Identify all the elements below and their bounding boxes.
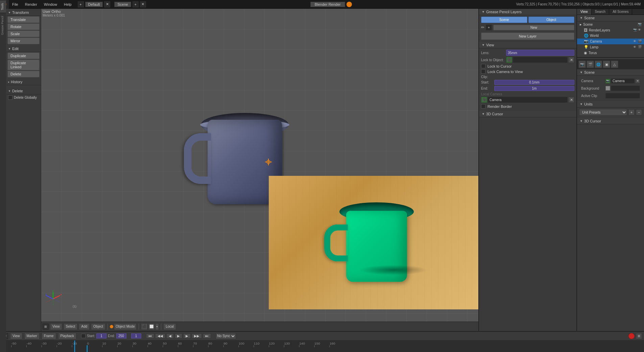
timeline-view-btn[interactable]: View: [10, 333, 22, 339]
duplicate-linked-btn[interactable]: Duplicate Linked: [7, 60, 40, 70]
tab-view[interactable]: View: [577, 9, 592, 15]
layout-close-btn[interactable]: ✕: [104, 1, 110, 7]
gp-new-btn[interactable]: New: [493, 25, 574, 30]
camera-clear-btn[interactable]: ✕: [568, 97, 574, 103]
gp-new-layer-btn[interactable]: New Layer: [481, 32, 574, 40]
record-btn[interactable]: [628, 333, 635, 339]
mode-select[interactable]: Object Mode: [114, 323, 137, 330]
scene-item-torus[interactable]: ◉ Torus: [577, 50, 644, 56]
menu-window[interactable]: Window: [41, 0, 61, 8]
lock-object-field[interactable]: [513, 57, 568, 63]
lock-clear-btn[interactable]: ✕: [568, 57, 574, 63]
scene-camera-btn[interactable]: 📷: [637, 22, 642, 27]
timeline-settings-btn[interactable]: ⚙: [636, 333, 642, 339]
sync-select[interactable]: No Sync: [216, 333, 236, 339]
shade-wire-btn[interactable]: ⬜: [148, 323, 155, 330]
tools-vtab[interactable]: Tools: [0, 9, 6, 13]
scene-item-world[interactable]: 🌐 World: [577, 33, 644, 39]
rl-eye-icon[interactable]: 👁: [638, 28, 642, 32]
screen-add-btn[interactable]: +: [78, 1, 84, 7]
history-header[interactable]: ▸ History: [6, 79, 41, 85]
scene-tree-header[interactable]: ▼ Scene: [577, 15, 644, 21]
delete-globally-checkbox[interactable]: [8, 95, 13, 100]
play-btn[interactable]: ▶: [175, 333, 182, 338]
render-border-checkbox[interactable]: [481, 104, 485, 109]
rotate-btn[interactable]: Rotate: [7, 23, 40, 30]
cursor-3d-header[interactable]: ▼ 3D Cursor: [577, 118, 644, 124]
scene-props-header[interactable]: ▼ Scene: [577, 69, 644, 76]
engine-select[interactable]: Blender Render: [310, 2, 345, 7]
lamp-render-icon[interactable]: 🎬: [638, 45, 642, 49]
timeline-ruler[interactable]: -50 -40 -30 -20 -10 0 10 20 30 40 50 60 …: [0, 341, 644, 352]
prop-icon-object[interactable]: ▣: [603, 61, 610, 68]
add-menu-btn[interactable]: Add: [79, 323, 90, 330]
scene-select[interactable]: Scene: [114, 2, 131, 7]
gp-add-icon-btn[interactable]: +: [486, 24, 492, 30]
view-menu-btn[interactable]: View: [50, 323, 62, 330]
cursor-section-header[interactable]: ▼ 3D Cursor: [479, 111, 576, 117]
timeline-playback-btn[interactable]: Playback: [58, 333, 77, 339]
camera-clear-icon[interactable]: ✕: [635, 79, 640, 84]
scene-item-camera[interactable]: 📷 Camera 👁 🎬: [577, 39, 644, 44]
units-add-btn[interactable]: +: [628, 109, 635, 115]
lock-camera-view-checkbox[interactable]: [481, 69, 485, 74]
timeline-marker-btn[interactable]: Marker: [24, 333, 40, 339]
bg-field[interactable]: [611, 86, 640, 91]
next-frame-btn[interactable]: ▶: [183, 333, 191, 338]
scale-btn[interactable]: Scale: [7, 30, 40, 37]
units-remove-btn[interactable]: −: [636, 109, 642, 115]
jump-start-btn[interactable]: ⏮: [146, 333, 154, 338]
scene-item-scene[interactable]: ▸ Scene 📷: [577, 21, 644, 27]
lamp-vis-icon[interactable]: 👁: [633, 45, 637, 49]
lens-value[interactable]: 35mm: [506, 50, 574, 56]
shade-solid-btn[interactable]: ⬛: [141, 323, 148, 330]
shade-tex-btn[interactable]: ▪: [155, 323, 159, 330]
autokeying-checkbox[interactable]: [81, 334, 86, 338]
prev-frame-btn[interactable]: ◀: [166, 333, 174, 338]
gp-object-btn[interactable]: Object: [528, 17, 575, 23]
translate-btn[interactable]: Translate: [7, 16, 40, 23]
view-section-header[interactable]: ▼ View: [479, 42, 576, 48]
viewport-3d[interactable]: User Ortho Meters x 0.001: [41, 9, 478, 322]
tab-all-scenes[interactable]: All Scenes: [609, 9, 632, 15]
prev-keyframe-btn[interactable]: ◀◀: [155, 333, 165, 338]
object-menu-btn[interactable]: Object: [91, 323, 105, 330]
start-field[interactable]: 1: [96, 333, 106, 338]
unit-presets-select[interactable]: Unit Presets: [579, 109, 627, 116]
prop-icon-scene[interactable]: 🎬: [587, 61, 594, 68]
mirror-btn[interactable]: Mirror: [7, 38, 40, 44]
units-header[interactable]: ▼ Units: [577, 101, 644, 108]
current-frame-field[interactable]: 1: [131, 333, 141, 338]
scene-close-btn[interactable]: ✕: [140, 1, 146, 7]
lock-cursor-checkbox[interactable]: [481, 64, 485, 68]
scene-add-btn[interactable]: +: [133, 1, 139, 7]
scene-item-lamp[interactable]: 💡 Lamp 👁 🎬: [577, 44, 644, 50]
next-keyframe-btn[interactable]: ▶▶: [192, 333, 202, 338]
prop-icon-render[interactable]: 📷: [578, 61, 586, 68]
menu-help[interactable]: Help: [61, 0, 75, 8]
end-field[interactable]: 250: [116, 333, 126, 338]
gp-scene-btn[interactable]: Scene: [481, 17, 527, 23]
camera-name-field[interactable]: Camera: [611, 78, 635, 84]
camera-field[interactable]: Camera: [488, 97, 568, 103]
prop-icon-mesh[interactable]: △: [611, 61, 618, 68]
delete-btn[interactable]: Delete: [7, 71, 40, 77]
bg-color-swatch[interactable]: [605, 86, 610, 91]
tab-search[interactable]: Search: [592, 9, 610, 15]
edit-header[interactable]: ▼ Edit: [6, 46, 41, 52]
scene-item-renderlayers[interactable]: 🖼 RenderLayers 📷 👁: [577, 27, 644, 33]
greasepencil-vtab[interactable]: Grease Pencil: [0, 13, 6, 38]
rl-camera-icon[interactable]: 📷: [633, 28, 637, 32]
jump-end-btn[interactable]: ⏭: [203, 333, 211, 338]
layout-select[interactable]: Default: [85, 2, 103, 7]
gp-section-header[interactable]: ▼ Grease Pencil Layers: [479, 9, 576, 15]
menu-render[interactable]: Render: [22, 0, 41, 8]
clip-start-field[interactable]: 0.1mm: [494, 80, 574, 85]
cam-vis-icon[interactable]: 👁: [633, 40, 637, 44]
local-global-btn[interactable]: Local: [163, 323, 176, 330]
clip-field[interactable]: [605, 93, 640, 98]
timeline-frame-btn[interactable]: Frame: [42, 333, 56, 339]
menu-file[interactable]: File: [9, 0, 22, 8]
duplicate-btn[interactable]: Duplicate: [7, 52, 40, 59]
clip-end-field[interactable]: 1m: [494, 86, 574, 91]
